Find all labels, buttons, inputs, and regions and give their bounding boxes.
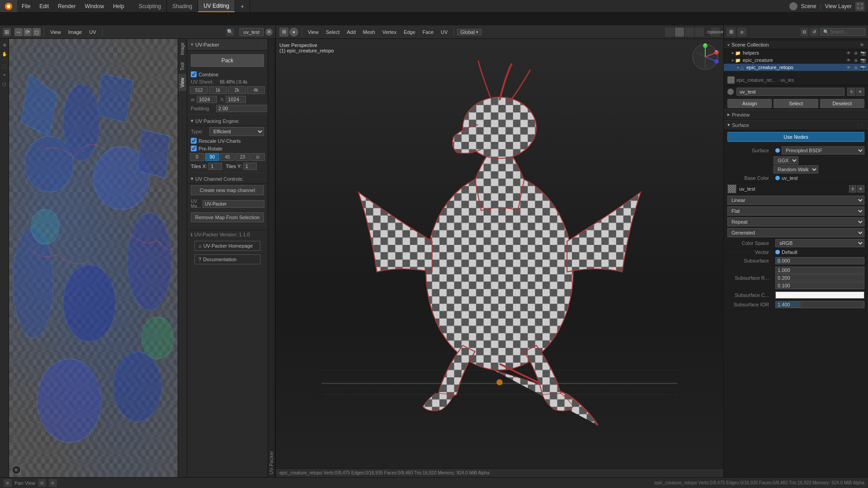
projection-select[interactable]: Flat <box>727 206 864 216</box>
surface-type-select[interactable]: Principled BSDF <box>782 146 864 155</box>
sync-icon[interactable]: ↺ <box>810 28 818 36</box>
helpers-select[interactable]: ⊛ <box>853 51 859 56</box>
uv-close-btn[interactable]: ✕ <box>265 28 273 36</box>
uv-packer-options[interactable]: ⋮ <box>259 42 264 47</box>
uv-tool-3[interactable]: ◻ <box>33 28 41 36</box>
cursor-tool[interactable]: ⊕ <box>0 41 9 49</box>
creature-select[interactable]: ⊛ <box>853 58 859 63</box>
select-btn[interactable]: Select <box>774 99 818 108</box>
uv-view-menu[interactable]: View <box>47 25 64 38</box>
tab-uv-editing[interactable]: UV Editing <box>198 0 235 12</box>
helpers-eye[interactable]: 👁 <box>845 51 852 56</box>
menu-help[interactable]: Help <box>108 0 129 12</box>
rotate-45[interactable]: 45 <box>220 153 235 161</box>
tree-epic-creature-retopo[interactable]: ▸ △ epic_creature_retopo 👁 ⊛ 📷 <box>724 64 868 71</box>
viewport-view-menu[interactable]: View <box>305 25 321 38</box>
shading-rendered[interactable] <box>695 28 704 37</box>
uv-mode-icon[interactable]: ⊞ <box>3 28 11 36</box>
surface-options[interactable]: ⋮⋮ <box>855 122 864 127</box>
menu-window[interactable]: Window <box>80 0 108 12</box>
rotate-23[interactable]: 23 <box>236 153 250 161</box>
lasso-tool[interactable]: ⌖ <box>0 71 9 79</box>
pre-rotate-checkbox[interactable] <box>191 145 197 151</box>
color-space-select[interactable]: sRGB <box>775 239 864 247</box>
viewport-vertex-menu[interactable]: Vertex <box>380 25 399 38</box>
tiles-y-input[interactable] <box>243 163 257 170</box>
tree-epic-creature[interactable]: ▸ 📁 epic_creature 👁 ⊛ 📷 <box>724 56 868 64</box>
pack-button[interactable]: Pack <box>191 54 264 67</box>
shading-wireframe[interactable] <box>665 28 674 37</box>
hand-tool[interactable]: ✋ <box>0 50 9 58</box>
side-tab-image[interactable]: Image <box>179 39 186 59</box>
retopo-render[interactable]: 📷 <box>860 65 866 70</box>
assign-btn[interactable]: Assign <box>727 99 772 108</box>
size-2k[interactable]: 2k <box>228 86 246 94</box>
size-4k[interactable]: 4k <box>247 86 265 94</box>
size-1k[interactable]: 1k <box>209 86 227 94</box>
outliner-icon[interactable]: ⊞ <box>726 28 736 37</box>
shading-solid[interactable] <box>675 28 684 37</box>
subsurface-slider[interactable]: 0.000 <box>775 257 864 264</box>
remove-map-btn[interactable]: Remove Map From Selection <box>191 212 264 222</box>
status-icon2[interactable]: ⊞ <box>38 479 46 487</box>
select-tool[interactable]: ⬚ <box>0 62 9 70</box>
interpolation-select[interactable]: Linear <box>727 196 864 205</box>
tree-helpers[interactable]: ▸ 📁 helpers 👁 ⊛ 📷 <box>724 49 868 56</box>
surface-header[interactable]: ▾ Surface ⋮⋮ <box>724 120 868 130</box>
properties-icon[interactable]: ≡ <box>737 28 746 37</box>
rescale-checkbox[interactable] <box>191 138 197 144</box>
viewport-shading-sphere[interactable]: ● <box>289 28 298 37</box>
uv-map-input[interactable] <box>203 200 264 208</box>
helpers-render[interactable]: 📷 <box>860 51 866 56</box>
width-input[interactable] <box>197 96 217 103</box>
rotate-0[interactable]: 0 <box>190 153 204 161</box>
viewport-add-menu[interactable]: Add <box>344 25 359 38</box>
uv-filename[interactable]: uv_test <box>240 28 264 36</box>
retopo-eye[interactable]: 👁 <box>845 65 852 70</box>
uv-tool-1[interactable]: ↔ <box>14 28 23 36</box>
create-map-btn[interactable]: Create new map channel <box>191 185 264 195</box>
blender-logo[interactable] <box>0 0 17 12</box>
combine-checkbox[interactable] <box>191 71 197 77</box>
subsurface-r1-field[interactable]: 1.000 <box>775 267 864 274</box>
side-tab-view[interactable]: View <box>179 74 186 91</box>
homepage-btn[interactable]: ⌂ UV-Packer Homepage <box>194 241 260 251</box>
tab-shading[interactable]: Shading <box>167 0 198 12</box>
status-icon[interactable]: ⊕ <box>4 479 12 487</box>
channel-section-header[interactable]: ▾ UV Channel Controls: <box>187 174 268 184</box>
mat-copy-btn[interactable]: ⎘ <box>847 88 855 96</box>
uv-image-menu[interactable]: Image <box>66 25 85 38</box>
rotate-free[interactable]: ⊙ <box>250 153 265 161</box>
viewport-edge-menu[interactable]: Edge <box>401 25 418 38</box>
mat-delete-btn[interactable]: ✕ <box>856 88 864 96</box>
viewport-mesh-menu[interactable]: Mesh <box>360 25 378 38</box>
transform-orientation[interactable]: Global ▾ <box>457 29 481 35</box>
viewport-canvas[interactable]: User Perspective (1) epic_creature_retop… <box>276 39 723 468</box>
material-name-input[interactable] <box>736 88 844 96</box>
retopo-select[interactable]: ⊛ <box>853 65 859 70</box>
status-icon3[interactable]: ⊛ <box>49 479 57 487</box>
padding-input[interactable] <box>216 105 268 112</box>
source-select[interactable]: Generated <box>727 228 864 237</box>
size-512[interactable]: 512 <box>190 86 208 94</box>
uv-packer-side-tab[interactable]: UV-Packer <box>268 39 275 477</box>
viewport-uv-menu[interactable]: UV <box>438 25 450 38</box>
engine-section-header[interactable]: ▾ UV Packing Engine: <box>187 116 268 126</box>
engine-label[interactable]: Scene <box>801 3 816 9</box>
viewport-select-menu[interactable]: Select <box>323 25 343 38</box>
viewport-mode-icon[interactable]: ⊞ <box>279 28 288 37</box>
subsurface-method-select[interactable]: Random Walk <box>774 165 818 174</box>
creature-eye[interactable]: 👁 <box>845 58 852 63</box>
creature-render[interactable]: 📷 <box>860 58 866 63</box>
distribution-select[interactable]: GGX <box>774 156 798 164</box>
viewport-face-menu[interactable]: Face <box>420 25 436 38</box>
type-select[interactable]: Efficient <box>209 127 264 136</box>
side-tab-tool[interactable]: Tool <box>179 59 186 74</box>
nav-gizmo[interactable]: X Z <box>692 43 719 70</box>
extension-select[interactable]: Repeat <box>727 217 864 226</box>
menu-edit[interactable]: Edit <box>35 0 53 12</box>
doc-btn[interactable]: ? Documentation <box>194 254 260 264</box>
tex-copy-btn[interactable]: ⎘ <box>849 185 856 192</box>
subsurface-c-swatch[interactable] <box>775 291 864 299</box>
shading-material[interactable] <box>685 28 694 37</box>
